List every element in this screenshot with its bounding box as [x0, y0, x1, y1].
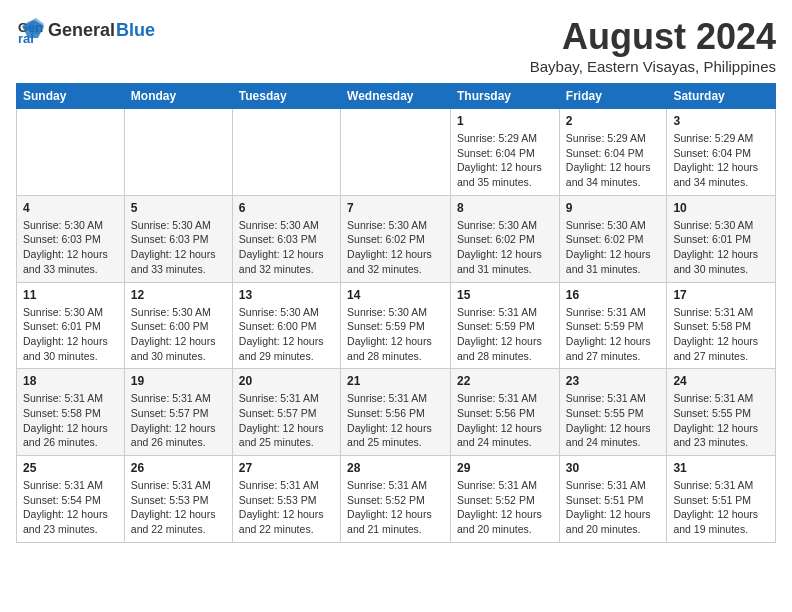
calendar-cell: 23Sunrise: 5:31 AMSunset: 5:55 PMDayligh…: [559, 369, 667, 456]
day-info: Sunrise: 5:30 AMSunset: 6:03 PMDaylight:…: [23, 218, 118, 277]
calendar-cell: 26Sunrise: 5:31 AMSunset: 5:53 PMDayligh…: [124, 456, 232, 543]
calendar-cell: 16Sunrise: 5:31 AMSunset: 5:59 PMDayligh…: [559, 282, 667, 369]
day-number: 9: [566, 201, 661, 215]
day-info: Sunrise: 5:31 AMSunset: 5:58 PMDaylight:…: [673, 305, 769, 364]
day-info: Sunrise: 5:31 AMSunset: 5:58 PMDaylight:…: [23, 391, 118, 450]
header-wednesday: Wednesday: [341, 84, 451, 109]
calendar-week-5: 25Sunrise: 5:31 AMSunset: 5:54 PMDayligh…: [17, 456, 776, 543]
day-number: 3: [673, 114, 769, 128]
subtitle: Baybay, Eastern Visayas, Philippines: [530, 58, 776, 75]
day-info: Sunrise: 5:31 AMSunset: 5:59 PMDaylight:…: [457, 305, 553, 364]
day-number: 22: [457, 374, 553, 388]
day-info: Sunrise: 5:31 AMSunset: 5:53 PMDaylight:…: [239, 478, 334, 537]
day-number: 15: [457, 288, 553, 302]
day-number: 21: [347, 374, 444, 388]
calendar-cell: 20Sunrise: 5:31 AMSunset: 5:57 PMDayligh…: [232, 369, 340, 456]
day-number: 8: [457, 201, 553, 215]
header-thursday: Thursday: [451, 84, 560, 109]
day-info: Sunrise: 5:31 AMSunset: 5:55 PMDaylight:…: [673, 391, 769, 450]
calendar-cell: 31Sunrise: 5:31 AMSunset: 5:51 PMDayligh…: [667, 456, 776, 543]
day-info: Sunrise: 5:31 AMSunset: 5:53 PMDaylight:…: [131, 478, 226, 537]
calendar-cell: [341, 109, 451, 196]
calendar-cell: 17Sunrise: 5:31 AMSunset: 5:58 PMDayligh…: [667, 282, 776, 369]
day-number: 28: [347, 461, 444, 475]
title-block: August 2024 Baybay, Eastern Visayas, Phi…: [530, 16, 776, 75]
day-info: Sunrise: 5:31 AMSunset: 5:55 PMDaylight:…: [566, 391, 661, 450]
calendar-cell: 22Sunrise: 5:31 AMSunset: 5:56 PMDayligh…: [451, 369, 560, 456]
day-number: 14: [347, 288, 444, 302]
day-number: 31: [673, 461, 769, 475]
day-number: 29: [457, 461, 553, 475]
day-info: Sunrise: 5:30 AMSunset: 5:59 PMDaylight:…: [347, 305, 444, 364]
calendar-cell: 11Sunrise: 5:30 AMSunset: 6:01 PMDayligh…: [17, 282, 125, 369]
header-sunday: Sunday: [17, 84, 125, 109]
header-monday: Monday: [124, 84, 232, 109]
day-info: Sunrise: 5:31 AMSunset: 5:56 PMDaylight:…: [347, 391, 444, 450]
calendar-cell: 18Sunrise: 5:31 AMSunset: 5:58 PMDayligh…: [17, 369, 125, 456]
calendar-week-3: 11Sunrise: 5:30 AMSunset: 6:01 PMDayligh…: [17, 282, 776, 369]
calendar-cell: 10Sunrise: 5:30 AMSunset: 6:01 PMDayligh…: [667, 195, 776, 282]
day-number: 18: [23, 374, 118, 388]
calendar-cell: 29Sunrise: 5:31 AMSunset: 5:52 PMDayligh…: [451, 456, 560, 543]
calendar-cell: 14Sunrise: 5:30 AMSunset: 5:59 PMDayligh…: [341, 282, 451, 369]
day-info: Sunrise: 5:30 AMSunset: 6:00 PMDaylight:…: [131, 305, 226, 364]
calendar-week-1: 1Sunrise: 5:29 AMSunset: 6:04 PMDaylight…: [17, 109, 776, 196]
day-number: 16: [566, 288, 661, 302]
day-info: Sunrise: 5:30 AMSunset: 6:02 PMDaylight:…: [457, 218, 553, 277]
logo-general: General: [48, 20, 115, 41]
main-title: August 2024: [530, 16, 776, 58]
day-info: Sunrise: 5:31 AMSunset: 5:57 PMDaylight:…: [131, 391, 226, 450]
day-info: Sunrise: 5:30 AMSunset: 6:02 PMDaylight:…: [347, 218, 444, 277]
logo: Gene ral General Blue: [16, 16, 155, 44]
day-info: Sunrise: 5:29 AMSunset: 6:04 PMDaylight:…: [566, 131, 661, 190]
calendar-cell: 25Sunrise: 5:31 AMSunset: 5:54 PMDayligh…: [17, 456, 125, 543]
calendar-cell: 3Sunrise: 5:29 AMSunset: 6:04 PMDaylight…: [667, 109, 776, 196]
day-info: Sunrise: 5:31 AMSunset: 5:51 PMDaylight:…: [566, 478, 661, 537]
header-saturday: Saturday: [667, 84, 776, 109]
day-info: Sunrise: 5:29 AMSunset: 6:04 PMDaylight:…: [673, 131, 769, 190]
day-number: 19: [131, 374, 226, 388]
day-info: Sunrise: 5:31 AMSunset: 5:57 PMDaylight:…: [239, 391, 334, 450]
day-info: Sunrise: 5:30 AMSunset: 6:02 PMDaylight:…: [566, 218, 661, 277]
calendar-cell: 24Sunrise: 5:31 AMSunset: 5:55 PMDayligh…: [667, 369, 776, 456]
logo-blue: Blue: [116, 20, 155, 41]
day-number: 17: [673, 288, 769, 302]
day-number: 1: [457, 114, 553, 128]
calendar-cell: [232, 109, 340, 196]
day-info: Sunrise: 5:30 AMSunset: 6:01 PMDaylight:…: [23, 305, 118, 364]
day-number: 26: [131, 461, 226, 475]
day-number: 13: [239, 288, 334, 302]
header-tuesday: Tuesday: [232, 84, 340, 109]
calendar-cell: 30Sunrise: 5:31 AMSunset: 5:51 PMDayligh…: [559, 456, 667, 543]
calendar-cell: 9Sunrise: 5:30 AMSunset: 6:02 PMDaylight…: [559, 195, 667, 282]
calendar-cell: 28Sunrise: 5:31 AMSunset: 5:52 PMDayligh…: [341, 456, 451, 543]
day-info: Sunrise: 5:30 AMSunset: 6:00 PMDaylight:…: [239, 305, 334, 364]
calendar-cell: 8Sunrise: 5:30 AMSunset: 6:02 PMDaylight…: [451, 195, 560, 282]
calendar-week-4: 18Sunrise: 5:31 AMSunset: 5:58 PMDayligh…: [17, 369, 776, 456]
calendar-body: 1Sunrise: 5:29 AMSunset: 6:04 PMDaylight…: [17, 109, 776, 543]
calendar-week-2: 4Sunrise: 5:30 AMSunset: 6:03 PMDaylight…: [17, 195, 776, 282]
calendar-cell: 13Sunrise: 5:30 AMSunset: 6:00 PMDayligh…: [232, 282, 340, 369]
calendar-cell: 7Sunrise: 5:30 AMSunset: 6:02 PMDaylight…: [341, 195, 451, 282]
calendar-cell: 27Sunrise: 5:31 AMSunset: 5:53 PMDayligh…: [232, 456, 340, 543]
day-info: Sunrise: 5:30 AMSunset: 6:01 PMDaylight:…: [673, 218, 769, 277]
day-number: 6: [239, 201, 334, 215]
calendar-cell: 21Sunrise: 5:31 AMSunset: 5:56 PMDayligh…: [341, 369, 451, 456]
day-number: 11: [23, 288, 118, 302]
calendar-cell: [17, 109, 125, 196]
calendar-cell: 6Sunrise: 5:30 AMSunset: 6:03 PMDaylight…: [232, 195, 340, 282]
calendar-cell: 12Sunrise: 5:30 AMSunset: 6:00 PMDayligh…: [124, 282, 232, 369]
calendar-table: SundayMondayTuesdayWednesdayThursdayFrid…: [16, 83, 776, 543]
calendar-cell: 15Sunrise: 5:31 AMSunset: 5:59 PMDayligh…: [451, 282, 560, 369]
day-number: 10: [673, 201, 769, 215]
calendar-cell: 1Sunrise: 5:29 AMSunset: 6:04 PMDaylight…: [451, 109, 560, 196]
calendar-cell: 2Sunrise: 5:29 AMSunset: 6:04 PMDaylight…: [559, 109, 667, 196]
day-number: 23: [566, 374, 661, 388]
day-info: Sunrise: 5:30 AMSunset: 6:03 PMDaylight:…: [239, 218, 334, 277]
day-number: 20: [239, 374, 334, 388]
page-header: Gene ral General Blue August 2024 Baybay…: [16, 16, 776, 75]
header-friday: Friday: [559, 84, 667, 109]
calendar-cell: 4Sunrise: 5:30 AMSunset: 6:03 PMDaylight…: [17, 195, 125, 282]
calendar-cell: 5Sunrise: 5:30 AMSunset: 6:03 PMDaylight…: [124, 195, 232, 282]
day-info: Sunrise: 5:31 AMSunset: 5:56 PMDaylight:…: [457, 391, 553, 450]
